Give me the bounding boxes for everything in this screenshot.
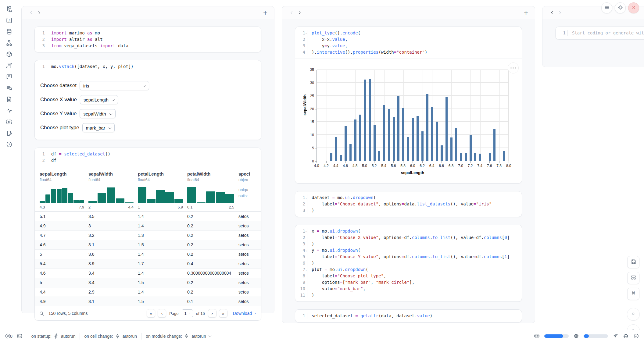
table-column-header[interactable]: petalWidthfloat640.12.5 — [187, 171, 238, 209]
chart-bar[interactable] — [470, 135, 472, 161]
sidebar-item-database[interactable] — [5, 29, 13, 36]
chart-bar[interactable] — [441, 145, 443, 161]
column-prev-button[interactable] — [27, 9, 35, 17]
chart-bar[interactable] — [479, 154, 481, 161]
runtime-config-segment[interactable]: on startup:autorun — [31, 333, 76, 339]
chart-bar[interactable] — [455, 128, 457, 161]
chart-bar[interactable] — [493, 129, 496, 161]
chart-bar[interactable] — [397, 96, 399, 161]
fold-chevron-icon[interactable]: ⌄ — [306, 194, 307, 201]
search-icon[interactable] — [39, 311, 44, 316]
table-row[interactable]: 4.63.41.40.30000000000000004setos — [35, 268, 261, 278]
prev-page-button[interactable]: ‹ — [158, 309, 166, 318]
code-editor[interactable]: 1df = selected_dataset()2df — [35, 148, 261, 167]
chart-bar[interactable] — [417, 116, 419, 161]
terminal-button[interactable] — [17, 333, 23, 339]
chart-bar[interactable] — [474, 153, 476, 161]
control-select[interactable]: sepalWidth — [80, 109, 115, 118]
download-button[interactable]: Download — [233, 311, 257, 316]
sidebar-item-scratchpad[interactable] — [5, 130, 13, 137]
chart-bar[interactable] — [349, 144, 352, 161]
ai-assistant-button[interactable] — [613, 333, 618, 339]
chart-bar[interactable] — [489, 153, 491, 161]
column-next-button[interactable] — [295, 9, 303, 17]
fold-chevron-icon[interactable]: ⌄ — [306, 266, 307, 273]
table-row[interactable]: 4.63.11.50.2setos — [35, 240, 261, 249]
column-prev-button[interactable] — [548, 9, 556, 17]
menu-button[interactable] — [601, 2, 612, 13]
chart-bar[interactable] — [402, 108, 404, 161]
table-row[interactable]: 53.61.40.2setos — [35, 249, 261, 259]
settings-button[interactable] — [615, 2, 626, 13]
code-editor[interactable]: 1Start coding or generate with AI — [556, 27, 644, 39]
table-column-header[interactable]: speciobjecuniqunulls: — [238, 171, 256, 209]
chart-bar[interactable] — [445, 97, 448, 161]
chart-bar[interactable] — [460, 153, 462, 161]
table-row[interactable]: 5.43.91.70.4setos — [35, 259, 261, 268]
chart-bar[interactable] — [369, 79, 371, 161]
chart-bar[interactable] — [465, 153, 467, 161]
runtime-config-segment[interactable]: on module change:autorun — [146, 333, 212, 339]
fold-chevron-icon[interactable]: ⌄ — [306, 247, 307, 254]
chart-bar[interactable] — [335, 137, 337, 161]
chart-bar[interactable] — [378, 151, 380, 161]
feedback-button[interactable] — [623, 333, 629, 339]
chart-bar[interactable] — [412, 118, 414, 161]
connection-status-button[interactable] — [633, 333, 639, 339]
close-button[interactable] — [628, 2, 639, 13]
table-column-header[interactable]: sepalWidthfloat6424.4 — [88, 171, 138, 209]
code-editor[interactable]: 1⌄plot_type().encode(2 x=x.value,3 y=y.v… — [295, 27, 522, 59]
runtime-config-segment[interactable]: on cell change:autorun — [84, 333, 137, 339]
chart-bar[interactable] — [421, 131, 424, 161]
chart-bar[interactable] — [426, 94, 428, 161]
table-row[interactable]: 5.13.51.40.2setos — [35, 212, 261, 221]
table-row[interactable]: 4.73.21.30.2setos — [35, 230, 261, 240]
chart-bar[interactable] — [393, 117, 395, 161]
first-page-button[interactable]: « — [147, 309, 155, 318]
last-page-button[interactable]: » — [219, 309, 227, 318]
chart-bar[interactable] — [340, 155, 342, 161]
control-select[interactable]: iris — [80, 81, 149, 90]
control-select[interactable]: mark_bar — [82, 123, 115, 132]
chart-bar[interactable] — [503, 151, 505, 161]
chart-bar[interactable] — [359, 115, 361, 161]
add-cell-button[interactable]: + — [523, 9, 529, 16]
chart-bar[interactable] — [431, 107, 433, 161]
code-editor[interactable]: 1mo.vstack([dataset, x, y, plot]) — [35, 60, 261, 73]
chart-plot-area[interactable] — [317, 70, 509, 161]
code-editor[interactable]: 1⌄x = mo.ui.dropdown(2 label="Choose X v… — [295, 225, 522, 301]
chart-bar[interactable] — [354, 119, 356, 161]
table-column-header[interactable]: sepalLengthfloat644.37.9 — [40, 171, 88, 209]
sidebar-item-package[interactable] — [5, 51, 13, 59]
sidebar-item-snippets[interactable] — [5, 119, 13, 126]
add-cell-button[interactable]: + — [262, 9, 269, 16]
sidebar-item-document[interactable] — [5, 96, 13, 104]
table-row[interactable]: 4.931.40.2setos — [35, 221, 261, 230]
chart-bar[interactable] — [450, 137, 453, 161]
code-editor[interactable]: 1⌄dataset = mo.ui.dropdown(2 label="Choo… — [295, 191, 522, 217]
fold-chevron-icon[interactable]: ⌄ — [306, 228, 307, 234]
chart-bar[interactable] — [407, 137, 409, 161]
sidebar-item-help[interactable]: ? — [5, 141, 13, 149]
chart-bar[interactable] — [364, 80, 366, 161]
table-row[interactable]: 4.93.11.50.1setos — [35, 297, 261, 306]
generate-link[interactable]: generate — [613, 30, 634, 35]
sidebar-item-file-tree[interactable] — [5, 6, 13, 13]
column-next-button[interactable] — [35, 9, 43, 17]
table-row[interactable]: 4.42.91.40.2setos — [35, 287, 261, 297]
page-select[interactable]: 1 — [182, 309, 193, 317]
code-editor[interactable]: 1import marimo as mo2import altair as al… — [35, 27, 261, 52]
chart-bar[interactable] — [345, 126, 347, 161]
error-indicator[interactable]: 0 — [5, 333, 13, 339]
table-column-header[interactable]: petalLengthfloat6416.9 — [138, 171, 187, 209]
chart-bar[interactable] — [383, 105, 385, 161]
sidebar-item-activity[interactable] — [5, 108, 13, 115]
layout-button[interactable] — [627, 272, 639, 284]
chart-options-button[interactable] — [508, 62, 519, 73]
column-prev-button[interactable] — [288, 9, 295, 17]
chart-bar[interactable] — [388, 109, 390, 161]
next-page-button[interactable]: › — [208, 309, 216, 318]
table-row[interactable]: 53.41.50.2setos — [35, 278, 261, 287]
sidebar-item-script[interactable] — [5, 62, 13, 70]
sidebar-item-chat[interactable] — [5, 74, 13, 81]
